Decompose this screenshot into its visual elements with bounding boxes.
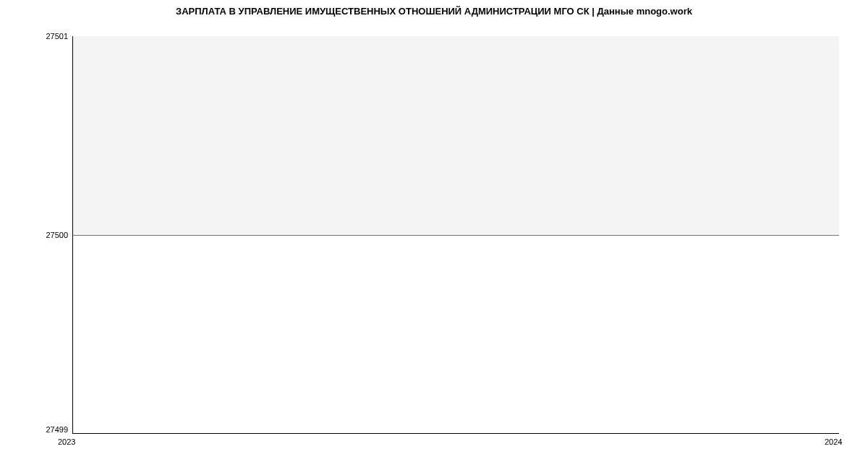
y-axis-tick-label: 27501 bbox=[46, 32, 68, 40]
chart-title: ЗАРПЛАТА В УПРАВЛЕНИЕ ИМУЩЕСТВЕННЫХ ОТНО… bbox=[0, 6, 868, 17]
y-axis-tick-label: 27500 bbox=[46, 231, 68, 239]
x-axis-tick-label: 2024 bbox=[825, 437, 842, 446]
y-axis-tick-label: 27499 bbox=[46, 425, 68, 434]
plot-area bbox=[72, 36, 839, 434]
x-axis-tick-label: 2023 bbox=[58, 437, 75, 446]
plot-shaded-region bbox=[73, 36, 839, 235]
series-line bbox=[73, 235, 839, 236]
